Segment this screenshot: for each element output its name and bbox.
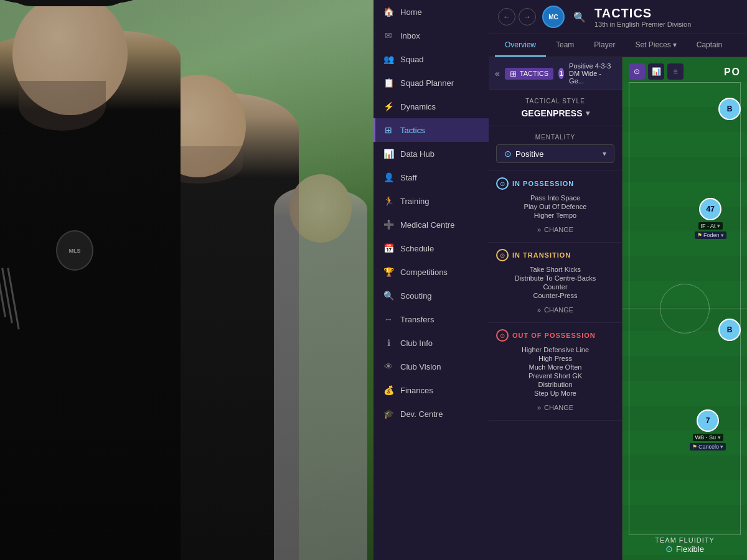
club-vision-icon: 👁 xyxy=(383,361,394,372)
competitions-icon: 🏆 xyxy=(383,266,394,278)
out-of-possession-title: OUT OF POSSESSION xyxy=(512,332,596,339)
sidebar-item-club-info[interactable]: ℹ Club Info xyxy=(374,331,489,355)
mentality-dropdown-arrow: ▾ xyxy=(603,149,606,158)
tactics-name-text: Positive 4-3-3 DM Wide - Ge... xyxy=(569,62,616,85)
player-cancelo-circle: 7 xyxy=(697,409,719,432)
dev-centre-icon: 🎓 xyxy=(383,408,394,419)
tab-captains[interactable]: Captain xyxy=(687,34,732,57)
sidebar-item-squad[interactable]: 👥 Squad xyxy=(374,47,489,71)
sidebar-item-tactics[interactable]: ⊞ Tactics xyxy=(374,118,489,142)
sidebar-label-tactics: Tactics xyxy=(400,126,425,135)
in-transition-icon: ⊙ xyxy=(496,249,509,261)
sidebar-item-dev-centre[interactable]: 🎓 Dev. Centre xyxy=(374,402,489,426)
page-title: TACTICS xyxy=(594,6,738,21)
player-foden-name: ⚑ Foden ▾ xyxy=(695,231,726,239)
sidebar-item-schedule[interactable]: 📅 Schedule xyxy=(374,236,489,260)
oop-item-6: Step Up More xyxy=(496,389,614,398)
player-cancelo-role: WB - Su ▾ xyxy=(693,434,723,441)
sidebar-label-squad-planner: Squad Planner xyxy=(400,78,454,88)
staff-icon: 👤 xyxy=(383,172,394,183)
club-badge[interactable]: MC xyxy=(542,6,565,28)
fluidity-title: TEAM FLUIDITY xyxy=(655,536,715,544)
player-foden[interactable]: 47 IF - At ▾ ⚑ Foden ▾ xyxy=(695,198,726,239)
page-title-area: TACTICS 13th in English Premier Division xyxy=(594,6,738,28)
sidebar-item-home[interactable]: 🏠 Home xyxy=(374,0,489,24)
sidebar-item-training[interactable]: 🏃 Training xyxy=(374,189,489,213)
oop-item-5: Distribution xyxy=(496,380,614,389)
photo-overlay xyxy=(0,0,374,560)
squad-icon: 👥 xyxy=(383,54,394,65)
sidebar-item-squad-planner[interactable]: 📋 Squad Planner xyxy=(374,71,489,95)
oop-item-2: High Press xyxy=(496,354,614,363)
collapse-button[interactable]: « xyxy=(495,68,500,78)
club-badge-text: MC xyxy=(548,14,558,21)
medical-icon: ➕ xyxy=(383,219,394,230)
sidebar-item-club-vision[interactable]: 👁 Club Vision xyxy=(374,355,489,378)
tab-set-pieces[interactable]: Set Pieces ▾ xyxy=(625,34,686,57)
back-button[interactable]: ← xyxy=(498,8,515,26)
squad-planner-icon: 📋 xyxy=(383,77,394,88)
out-of-possession-section: ⊙ OUT OF POSSESSION Higher Defensive Lin… xyxy=(489,323,622,421)
sidebar-item-transfers[interactable]: ↔ Transfers xyxy=(374,307,489,331)
tactics-header-bar: « ⊞ TACTICS 1 Positive 4-3-3 DM Wide - G… xyxy=(489,57,622,90)
sidebar-label-staff: Staff xyxy=(400,173,417,182)
sidebar-item-data-hub[interactable]: 📊 Data Hub xyxy=(374,142,489,166)
tactics-number: 1 xyxy=(558,68,564,79)
sidebar-label-transfers: Transfers xyxy=(400,315,434,324)
forward-button[interactable]: → xyxy=(519,8,536,26)
sidebar-item-scouting[interactable]: 🔍 Scouting xyxy=(374,284,489,307)
in-possession-change-btn[interactable]: » CHANGE xyxy=(496,223,614,236)
view-btn-3[interactable]: ≡ xyxy=(667,63,684,80)
sidebar-label-training: Training xyxy=(400,197,429,206)
in-possession-icon: ⊙ xyxy=(496,177,509,190)
fluidity-value: ⊙ Flexible xyxy=(655,544,715,554)
transfers-icon: ↔ xyxy=(383,314,394,325)
top-bar: ← → MC 🔍 TACTICS 13th in English Premier… xyxy=(489,0,747,34)
mentality-label: MENTALITY xyxy=(496,134,614,141)
sidebar-item-inbox[interactable]: ✉ Inbox xyxy=(374,24,489,47)
sidebar-label-data-hub: Data Hub xyxy=(400,149,435,159)
sidebar-label-schedule: Schedule xyxy=(400,244,434,253)
player-cancelo-name: ⚑ Cancelo ▾ xyxy=(690,443,726,450)
sidebar-label-inbox: Inbox xyxy=(400,31,420,40)
sidebar-item-competitions[interactable]: 🏆 Competitions xyxy=(374,260,489,284)
tactics-badge-label: TACTICS xyxy=(520,70,548,77)
mentality-dropdown[interactable]: ⊙ Positive ▾ xyxy=(496,144,614,163)
player-cancelo[interactable]: 7 WB - Su ▾ ⚑ Cancelo ▾ xyxy=(690,409,726,450)
tactics-content: « ⊞ TACTICS 1 Positive 4-3-3 DM Wide - G… xyxy=(489,57,747,560)
nav-arrows: ← → xyxy=(498,8,536,26)
sidebar-item-dynamics[interactable]: ⚡ Dynamics xyxy=(374,95,489,118)
photo-section: ⊙ MLS xyxy=(0,0,374,560)
view-btn-2[interactable]: 📊 xyxy=(648,63,664,80)
sidebar-label-home: Home xyxy=(400,7,422,17)
tab-overview[interactable]: Overview xyxy=(495,34,546,57)
in-transition-change-btn[interactable]: » CHANGE xyxy=(496,304,614,316)
tactical-style-value[interactable]: GEGENPRESS ▾ xyxy=(496,108,614,118)
search-button[interactable]: 🔍 xyxy=(571,8,588,26)
view-btn-1[interactable]: ⊙ xyxy=(629,63,645,80)
tab-player[interactable]: Player xyxy=(584,34,625,57)
sidebar-item-finances[interactable]: 💰 Finances xyxy=(374,378,489,402)
training-icon: 🏃 xyxy=(383,195,394,207)
in-transition-title: IN TRANSITION xyxy=(512,251,571,259)
tactical-style-section: TACTICAL STYLE GEGENPRESS ▾ xyxy=(489,90,622,126)
sidebar-label-dev-centre: Dev. Centre xyxy=(400,409,443,419)
out-of-possession-change-btn[interactable]: » CHANGE xyxy=(496,401,614,414)
dynamics-icon: ⚡ xyxy=(383,101,394,112)
player-top-right[interactable]: B xyxy=(718,98,741,120)
poss-item-1: Pass Into Space xyxy=(496,194,614,202)
sidebar-label-club-info: Club Info xyxy=(400,338,433,348)
player-mid-right[interactable]: B xyxy=(718,319,741,341)
player-foden-role: IF - At ▾ xyxy=(698,222,723,230)
mentality-section: MENTALITY ⊙ Positive ▾ xyxy=(489,126,622,171)
sidebar-label-scouting: Scouting xyxy=(400,291,432,301)
in-possession-section: ⊙ IN POSSESSION Pass Into Space Play Out… xyxy=(489,171,622,243)
in-transition-section: ⊙ IN TRANSITION Take Short Kicks Distrib… xyxy=(489,243,622,323)
oop-item-4: Prevent Short GK xyxy=(496,371,614,380)
in-transition-header: ⊙ IN TRANSITION xyxy=(496,249,614,261)
sidebar-item-medical[interactable]: ➕ Medical Centre xyxy=(374,213,489,236)
poss-item-3: Higher Tempo xyxy=(496,211,614,220)
pitch-view-icons: ⊙ 📊 ≡ xyxy=(629,63,684,80)
tab-team[interactable]: Team xyxy=(546,34,584,57)
sidebar-item-staff[interactable]: 👤 Staff xyxy=(374,166,489,189)
